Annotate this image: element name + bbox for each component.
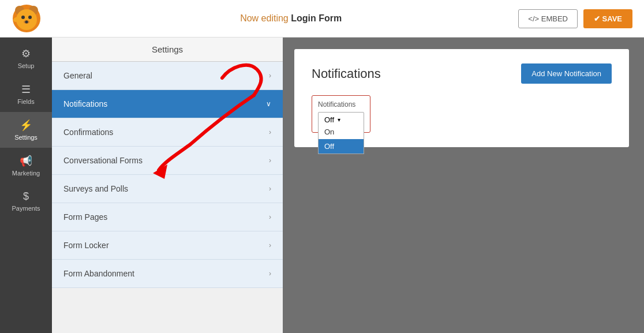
chevron-down-icon: ∨ <box>266 100 271 108</box>
chevron-right-icon-6: › <box>269 241 271 249</box>
svg-point-5 <box>28 16 32 19</box>
menu-item-general-label: General <box>63 71 92 80</box>
settings-tab-header: Settings <box>52 38 283 62</box>
dropdown-option-on[interactable]: On <box>319 125 364 139</box>
add-notification-button[interactable]: Add New Notification <box>521 63 612 84</box>
sidebar-item-settings-label: Settings <box>14 134 38 141</box>
save-button[interactable]: ✔ SAVE <box>583 9 632 28</box>
setup-icon: ⚙ <box>21 47 31 60</box>
menu-item-conversational-forms-label: Conversational Forms <box>63 156 143 165</box>
notifications-dropdown-area: Notifications Off ▾ On Off <box>312 95 370 133</box>
menu-item-surveys-polls[interactable]: Surveys and Polls › <box>52 175 283 203</box>
header-title: Now editing Login Form <box>63 13 518 24</box>
dropdown-current-value: Off <box>324 115 334 124</box>
icon-nav: ⚙ Setup ☰ Fields ⚡ Settings 📢 Marketing … <box>0 38 52 333</box>
sidebar-item-fields-label: Fields <box>17 98 34 105</box>
chevron-right-icon-4: › <box>269 185 271 193</box>
dropdown-label: Notifications <box>318 100 364 108</box>
menu-item-form-locker[interactable]: Form Locker › <box>52 231 283 260</box>
chevron-right-icon-7: › <box>269 270 271 278</box>
header-actions: </> EMBED ✔ SAVE <box>518 9 632 28</box>
header: Now editing Login Form </> EMBED ✔ SAVE <box>0 0 644 38</box>
dropdown-option-off[interactable]: Off <box>319 139 364 154</box>
menu-item-form-abandonment[interactable]: Form Abandonment › <box>52 260 283 288</box>
settings-tab-title: Settings <box>152 44 183 54</box>
logo-area <box>12 3 63 33</box>
settings-sidebar: Settings General › Notifications ∨ Confi… <box>52 38 283 288</box>
embed-button[interactable]: </> EMBED <box>518 9 578 28</box>
svg-point-3 <box>16 9 37 30</box>
dropdown-chevron-icon: ▾ <box>338 117 340 123</box>
chevron-right-icon-2: › <box>269 128 271 136</box>
settings-sidebar-wrapper: Settings General › Notifications ∨ Confi… <box>52 38 283 333</box>
chevron-right-icon-5: › <box>269 213 271 221</box>
chevron-right-icon: › <box>269 72 271 80</box>
settings-menu: General › Notifications ∨ Confirmations … <box>52 62 283 288</box>
menu-item-notifications-label: Notifications <box>63 99 107 108</box>
menu-item-notifications[interactable]: Notifications ∨ <box>52 90 283 118</box>
content-panel-header: Notifications Add New Notification <box>312 63 612 84</box>
content-area: Notifications Add New Notification Notif… <box>283 38 644 333</box>
sidebar-item-payments[interactable]: $ Payments <box>0 184 52 219</box>
dropdown-option-off-label: Off <box>324 142 334 151</box>
menu-item-surveys-polls-label: Surveys and Polls <box>63 184 128 193</box>
form-name: Login Form <box>291 13 342 23</box>
sidebar-item-fields[interactable]: ☰ Fields <box>0 76 52 112</box>
menu-item-form-pages[interactable]: Form Pages › <box>52 203 283 231</box>
menu-item-form-locker-label: Form Locker <box>63 241 109 250</box>
sidebar-item-marketing-label: Marketing <box>12 170 40 177</box>
payments-icon: $ <box>23 190 29 203</box>
sidebar-item-payments-label: Payments <box>12 205 40 212</box>
sidebar-item-setup-label: Setup <box>18 62 35 69</box>
content-panel: Notifications Add New Notification Notif… <box>294 49 629 147</box>
svg-point-4 <box>21 16 25 19</box>
settings-icon: ⚡ <box>20 119 32 132</box>
editing-prefix: Now editing <box>240 13 291 23</box>
fields-icon: ☰ <box>21 83 31 96</box>
menu-item-conversational-forms[interactable]: Conversational Forms › <box>52 147 283 175</box>
dropdown-menu: On Off <box>318 125 364 154</box>
chevron-right-icon-3: › <box>269 156 271 164</box>
sidebar-item-marketing[interactable]: 📢 Marketing <box>0 148 52 184</box>
menu-item-form-abandonment-label: Form Abandonment <box>63 269 134 278</box>
sidebar-item-settings[interactable]: ⚡ Settings <box>0 112 52 148</box>
menu-item-confirmations[interactable]: Confirmations › <box>52 118 283 147</box>
marketing-icon: 📢 <box>20 155 32 167</box>
menu-item-general[interactable]: General › <box>52 62 283 90</box>
logo-icon <box>12 3 42 33</box>
sidebar-item-setup[interactable]: ⚙ Setup <box>0 40 52 76</box>
menu-item-confirmations-label: Confirmations <box>63 128 113 137</box>
menu-item-form-pages-label: Form Pages <box>63 212 107 222</box>
dropdown-option-on-label: On <box>324 128 334 136</box>
svg-point-7 <box>25 21 28 24</box>
main-layout: ⚙ Setup ☰ Fields ⚡ Settings 📢 Marketing … <box>0 38 644 333</box>
panel-title: Notifications <box>312 66 381 81</box>
